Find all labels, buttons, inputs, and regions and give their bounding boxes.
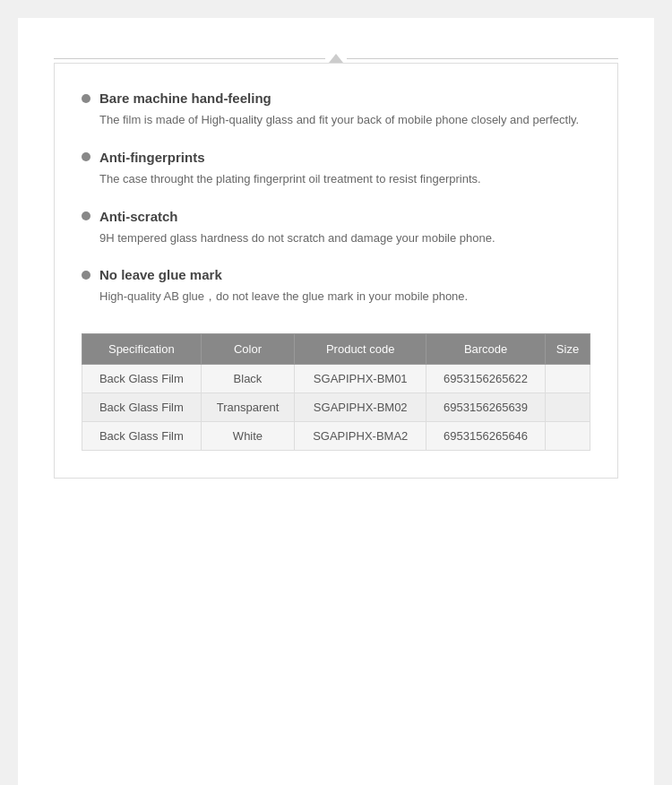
feature-title-row: Anti-scratch	[82, 209, 590, 224]
table-header-size: Size	[546, 334, 590, 365]
table-cell: Black	[201, 365, 295, 393]
page-wrapper: Bare machine hand-feelingThe film is mad…	[18, 18, 654, 785]
content-box: Bare machine hand-feelingThe film is mad…	[54, 63, 618, 479]
bullet-icon	[82, 152, 90, 161]
feature-item-anti-fingerprints: Anti-fingerprintsThe case throught the p…	[82, 150, 590, 189]
table-row: Back Glass FilmBlackSGAPIPHX-BM016953156…	[82, 365, 590, 393]
feature-description: The case throught the plating fingerprin…	[82, 170, 590, 189]
feature-item-bare-machine: Bare machine hand-feelingThe film is mad…	[82, 91, 590, 130]
divider-triangle	[329, 54, 343, 63]
divider-row	[54, 54, 618, 63]
table-cell	[546, 422, 590, 451]
table-cell: Back Glass Film	[82, 365, 202, 393]
feature-title-row: No leave glue mark	[82, 267, 590, 282]
feature-title-row: Bare machine hand-feeling	[82, 91, 590, 106]
table-cell: SGAPIPHX-BM01	[295, 365, 426, 393]
table-cell	[546, 393, 590, 422]
feature-description: 9H tempered glass hardness do not scratc…	[82, 229, 590, 248]
table-cell: 6953156265622	[426, 365, 546, 393]
table-cell	[546, 365, 590, 393]
table-cell: Back Glass Film	[82, 393, 202, 422]
feature-title-text: Anti-scratch	[99, 209, 178, 224]
table-section: SpecificationColorProduct codeBarcodeSiz…	[82, 333, 590, 451]
bullet-icon	[82, 94, 90, 103]
bullet-icon	[82, 271, 90, 280]
feature-title-row: Anti-fingerprints	[82, 150, 590, 165]
feature-description: High-quality AB glue，do not leave the gl…	[82, 288, 590, 306]
table-header-specification: Specification	[82, 334, 202, 365]
divider-left	[54, 58, 325, 59]
table-cell: SGAPIPHX-BMA2	[295, 422, 426, 451]
table-row: Back Glass FilmWhiteSGAPIPHX-BMA26953156…	[82, 422, 590, 451]
table-body: Back Glass FilmBlackSGAPIPHX-BM016953156…	[82, 365, 590, 451]
feature-title-text: Anti-fingerprints	[99, 150, 205, 165]
table-cell: SGAPIPHX-BM02	[295, 393, 426, 422]
bullet-icon	[82, 211, 90, 220]
table-row: Back Glass FilmTransparentSGAPIPHX-BM026…	[82, 393, 590, 422]
features-container: Bare machine hand-feelingThe film is mad…	[82, 91, 590, 306]
specs-table: SpecificationColorProduct codeBarcodeSiz…	[82, 333, 590, 451]
feature-item-no-glue: No leave glue markHigh-quality AB glue，d…	[82, 267, 590, 306]
feature-title-text: Bare machine hand-feeling	[99, 91, 271, 106]
divider-right	[347, 58, 618, 59]
table-header-color: Color	[201, 334, 295, 365]
feature-item-anti-scratch: Anti-scratch9H tempered glass hardness d…	[82, 209, 590, 248]
table-header-row: SpecificationColorProduct codeBarcodeSiz…	[82, 334, 590, 365]
table-cell: Back Glass Film	[82, 422, 202, 451]
table-header-barcode: Barcode	[426, 334, 546, 365]
table-cell: 6953156265646	[426, 422, 546, 451]
feature-title-text: No leave glue mark	[99, 267, 222, 282]
table-header-product-code: Product code	[295, 334, 426, 365]
table-cell: White	[201, 422, 295, 451]
table-cell: 6953156265639	[426, 393, 546, 422]
table-cell: Transparent	[201, 393, 295, 422]
feature-description: The film is made of High-quality glass a…	[82, 111, 590, 130]
